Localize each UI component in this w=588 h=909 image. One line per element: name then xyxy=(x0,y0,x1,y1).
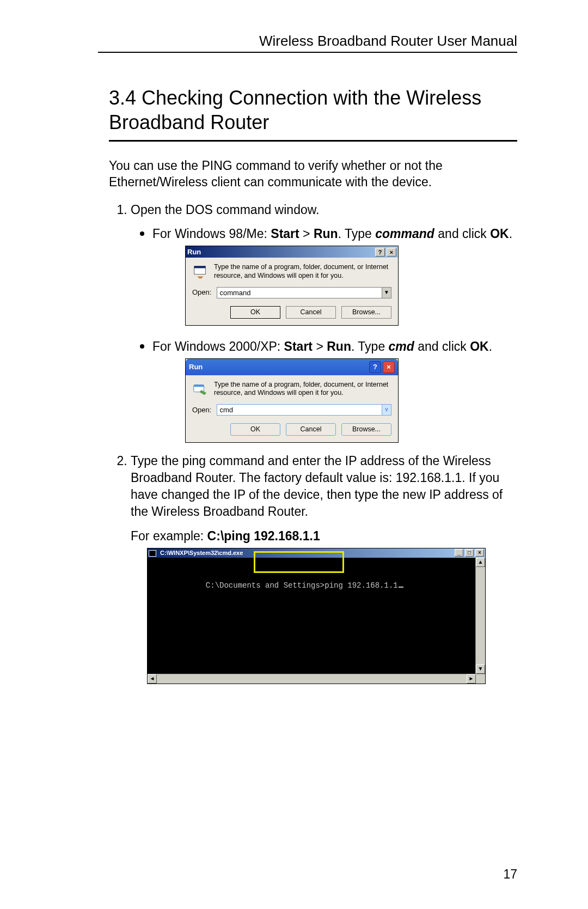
bullet-win98: For Windows 98/Me: Start > Run. Type com… xyxy=(152,223,517,326)
bold-run: Run xyxy=(327,339,351,353)
text: . xyxy=(489,339,492,353)
page-header-title: Wireless Broadband Router User Manual xyxy=(98,33,517,53)
browse-button[interactable]: Browse... xyxy=(341,306,391,319)
step2-text: Type the ping command and enter the IP a… xyxy=(131,454,503,518)
bold-ok: OK xyxy=(490,227,509,241)
svg-rect-1 xyxy=(194,266,206,269)
text: . Type xyxy=(351,339,389,353)
dialog-body: Type the name of a program, folder, docu… xyxy=(186,375,398,442)
help-icon[interactable]: ? xyxy=(375,248,385,257)
open-input[interactable] xyxy=(217,405,382,415)
titlebar[interactable]: Run ? × xyxy=(186,359,398,375)
ok-button[interactable]: OK xyxy=(230,423,280,436)
bold-ok: OK xyxy=(470,339,489,353)
close-icon[interactable]: × xyxy=(387,248,396,257)
bold-italic-command: command xyxy=(375,227,434,241)
example-command: C:\ping 192.168.1.1 xyxy=(207,529,320,543)
section-heading: 3.4 Checking Connection with the Wireles… xyxy=(109,86,517,142)
open-combobox[interactable]: ▼ xyxy=(217,287,391,298)
bold-start: Start xyxy=(271,227,299,241)
dialog-title-text: Run xyxy=(187,247,201,257)
text: For Windows 2000/XP: xyxy=(152,339,284,353)
close-icon[interactable]: × xyxy=(475,549,484,557)
text: and click xyxy=(434,227,490,241)
cmd-prompt: C:\Documents and Settings> xyxy=(206,581,324,590)
text: and click xyxy=(414,339,470,353)
dropdown-arrow-icon[interactable]: ▼ xyxy=(382,288,391,298)
scroll-right-icon[interactable]: ► xyxy=(467,674,476,684)
cursor-icon xyxy=(399,587,403,588)
step-1: Open the DOS command window. For Windows… xyxy=(131,202,517,443)
text: For Windows 98/Me: xyxy=(152,227,271,241)
page-number: 17 xyxy=(503,867,517,882)
open-input[interactable] xyxy=(217,288,382,298)
cancel-button[interactable]: Cancel xyxy=(286,306,336,319)
open-label: Open: xyxy=(192,405,211,415)
dialog-title-text: Run xyxy=(189,362,203,372)
step-2: Type the ping command and enter the IP a… xyxy=(131,453,517,684)
run-dialog-winxp: Run ? × xyxy=(185,358,399,443)
run-icon xyxy=(192,263,209,279)
horizontal-scrollbar[interactable]: ◄ ► xyxy=(148,674,485,684)
scroll-left-icon[interactable]: ◄ xyxy=(148,674,157,684)
bullet-winxp: For Windows 2000/XP: Start > Run. Type c… xyxy=(152,335,517,443)
svg-rect-3 xyxy=(194,385,204,387)
text: > xyxy=(313,339,327,353)
titlebar[interactable]: Run ? × xyxy=(186,246,398,258)
cmd-terminal[interactable]: C:\Documents and Settings>ping 192.168.1… xyxy=(148,558,475,674)
text: . Type xyxy=(338,227,376,241)
cmd-icon xyxy=(149,550,156,557)
close-icon[interactable]: × xyxy=(383,361,395,373)
ok-button[interactable]: OK xyxy=(230,306,280,319)
run-dialog-win98: Run ? × xyxy=(185,246,399,326)
example-prefix: For example: xyxy=(131,529,207,543)
cancel-button[interactable]: Cancel xyxy=(286,423,336,436)
minimize-icon[interactable]: _ xyxy=(455,549,463,557)
bold-run: Run xyxy=(314,227,338,241)
intro-paragraph: You can use the PING command to verify w… xyxy=(109,158,517,191)
bold-start: Start xyxy=(284,339,313,353)
browse-button[interactable]: Browse... xyxy=(341,423,391,436)
dialog-description: Type the name of a program, folder, docu… xyxy=(214,381,391,398)
cmd-typed: ping 192.168.1.1 xyxy=(324,581,397,590)
scroll-up-icon[interactable]: ▲ xyxy=(476,558,485,567)
text: . xyxy=(509,227,512,241)
open-combobox[interactable]: v xyxy=(217,404,391,416)
cmd-title-text: C:\WINXP\System32\cmd.exe xyxy=(160,550,243,556)
maximize-icon[interactable]: □ xyxy=(465,549,474,557)
dialog-description: Type the name of a program, folder, docu… xyxy=(214,263,391,280)
cmd-window: C:\WINXP\System32\cmd.exe _ □ × C:\Docum… xyxy=(147,548,486,684)
scroll-down-icon[interactable]: ▼ xyxy=(476,664,485,674)
dialog-body: Type the name of a program, folder, docu… xyxy=(186,258,398,325)
step1-text: Open the DOS command window. xyxy=(131,203,319,217)
run-icon xyxy=(192,381,209,397)
vertical-scrollbar[interactable]: ▲ ▼ xyxy=(475,558,485,674)
bold-italic-cmd: cmd xyxy=(389,339,414,353)
titlebar[interactable]: C:\WINXP\System32\cmd.exe _ □ × xyxy=(148,548,485,558)
text: > xyxy=(299,227,314,241)
dropdown-arrow-icon[interactable]: v xyxy=(382,405,391,415)
open-label: Open: xyxy=(192,288,211,297)
help-icon[interactable]: ? xyxy=(369,361,381,373)
